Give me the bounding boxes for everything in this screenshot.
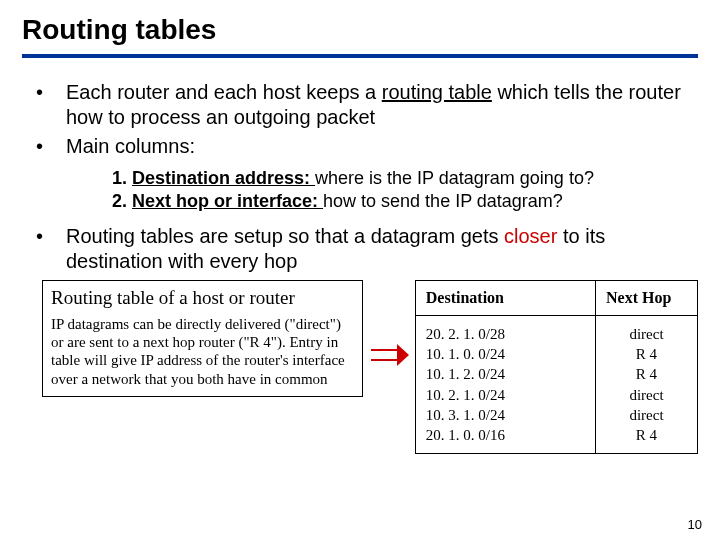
numbered-2-num: 2.: [112, 191, 132, 211]
arrow-icon: [369, 342, 409, 372]
numbered-1-tail: where is the IP datagram going to?: [315, 168, 594, 188]
numbered-2-tail: how to send the IP datagram?: [323, 191, 563, 211]
bullet-1: Each router and each host keeps a routin…: [22, 80, 698, 130]
bullet-3-pre: Routing tables are setup so that a datag…: [66, 225, 504, 247]
numbered-1: 1. Destination address: where is the IP …: [112, 167, 698, 190]
next-cell: direct: [606, 324, 687, 344]
col-destination: 20. 2. 1. 0/28 10. 1. 0. 0/24 10. 1. 2. …: [416, 316, 595, 454]
bullet-list: Each router and each host keeps a routin…: [22, 80, 698, 159]
dest-cell: 10. 1. 0. 0/24: [426, 344, 585, 364]
dest-cell: 20. 2. 1. 0/28: [426, 324, 585, 344]
bullet-2: Main columns:: [22, 134, 698, 159]
numbered-1-num: 1.: [112, 168, 132, 188]
dest-cell: 10. 3. 1. 0/24: [426, 405, 585, 425]
numbered-1-lead: Destination address:: [132, 168, 315, 188]
next-cell: R 4: [606, 425, 687, 445]
slide: Routing tables Each router and each host…: [0, 0, 720, 540]
table-header-row: Destination Next Hop: [416, 281, 697, 316]
bullet-3: Routing tables are setup so that a datag…: [22, 224, 698, 274]
leftbox-heading: Routing table of a host or router: [51, 287, 354, 309]
dest-cell: 20. 1. 0. 0/16: [426, 425, 585, 445]
next-cell: R 4: [606, 344, 687, 364]
th-next-hop: Next Hop: [595, 281, 697, 315]
bullet-3-red: closer: [504, 225, 557, 247]
table-body: 20. 2. 1. 0/28 10. 1. 0. 0/24 10. 1. 2. …: [416, 316, 697, 454]
numbered-2: 2. Next hop or interface: how to send th…: [112, 190, 698, 213]
bullet-list-2: Routing tables are setup so that a datag…: [22, 224, 698, 274]
bullet-1-underline: routing table: [382, 81, 492, 103]
th-destination: Destination: [416, 281, 595, 315]
lower-row: Routing table of a host or router IP dat…: [22, 280, 698, 455]
left-info-box: Routing table of a host or router IP dat…: [42, 280, 363, 397]
numbered-2-lead: Next hop or interface:: [132, 191, 323, 211]
col-next-hop: direct R 4 R 4 direct direct R 4: [595, 316, 697, 454]
leftbox-paragraph: IP datagrams can be directly delivered (…: [51, 315, 354, 388]
bullet-1-pre: Each router and each host keeps a: [66, 81, 382, 103]
next-cell: R 4: [606, 364, 687, 384]
dest-cell: 10. 2. 1. 0/24: [426, 385, 585, 405]
dest-cell: 10. 1. 2. 0/24: [426, 364, 585, 384]
svg-marker-2: [397, 344, 409, 366]
next-cell: direct: [606, 405, 687, 425]
routing-table: Destination Next Hop 20. 2. 1. 0/28 10. …: [415, 280, 698, 455]
page-title: Routing tables: [22, 14, 698, 46]
page-number: 10: [688, 517, 702, 532]
title-underline: [22, 54, 698, 58]
next-cell: direct: [606, 385, 687, 405]
numbered-list: 1. Destination address: where is the IP …: [22, 167, 698, 214]
